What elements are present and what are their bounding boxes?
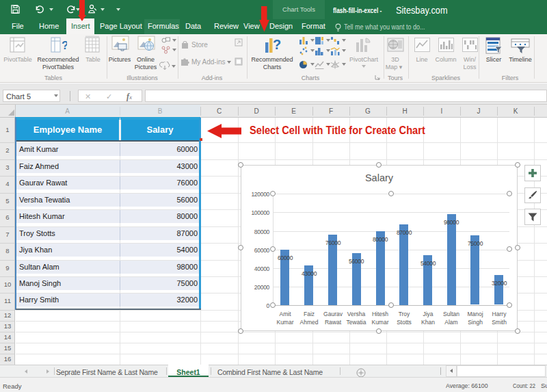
svg-text:?: ?: [62, 39, 67, 52]
svg-text:?: ?: [273, 37, 281, 52]
